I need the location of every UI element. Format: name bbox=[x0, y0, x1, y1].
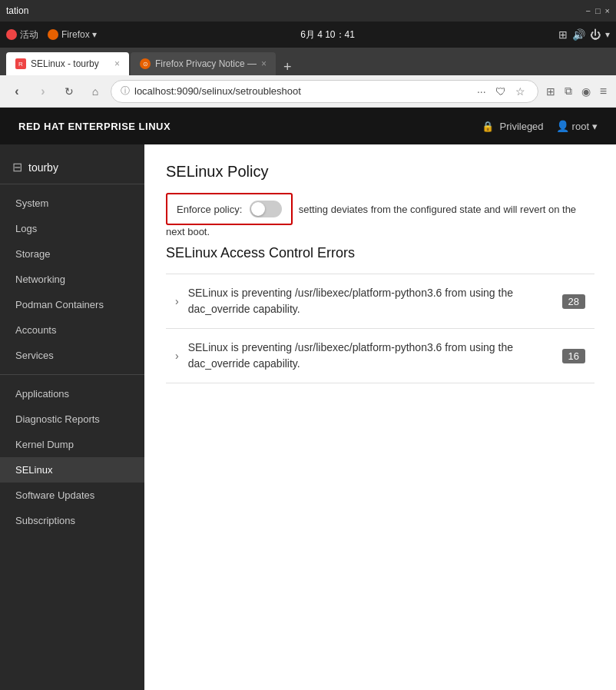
tab-bar: R SELinux - tourby × ⊙ Firefox Privacy N… bbox=[0, 48, 616, 75]
rhel-logo: RED HAT ENTERPRISE LINUX bbox=[18, 121, 171, 132]
tab-favicon-ff: ⊙ bbox=[140, 58, 151, 69]
taskbar-datetime: 6月 4 10：41 bbox=[103, 28, 552, 41]
taskbar-activity[interactable]: 活动 bbox=[6, 28, 38, 41]
sidebar-item-accounts[interactable]: Accounts bbox=[0, 317, 144, 343]
user-menu[interactable]: 👤 root ▾ bbox=[556, 120, 598, 132]
sidebar-hostname: tourby bbox=[28, 161, 58, 174]
error-text-1: SELinux is preventing /usr/libexec/platf… bbox=[188, 340, 553, 372]
address-bar[interactable]: ⓘ localhost:9090/selinux/setroubleshoot … bbox=[111, 80, 538, 103]
window-restore[interactable]: □ bbox=[595, 6, 601, 15]
sidebar-divider bbox=[0, 374, 144, 375]
expand-arrow-1[interactable]: › bbox=[175, 350, 179, 362]
browser-toolbar-right: ⊞ ⧉ ◉ ≡ bbox=[543, 81, 610, 101]
server-icon: ⊟ bbox=[12, 160, 22, 174]
os-topbar: tation − □ × bbox=[0, 0, 616, 22]
sidebar-item-logs[interactable]: Logs bbox=[0, 216, 144, 241]
tab-label-selinux: SELinux - tourby bbox=[31, 58, 99, 69]
rhel-header-right: 🔒 Privileged 👤 root ▾ bbox=[482, 120, 598, 132]
taskbar-browser[interactable]: Firefox ▾ bbox=[48, 29, 97, 40]
address-protocol-icon: ⓘ bbox=[121, 85, 130, 98]
enforce-policy-label: Enforce policy: bbox=[177, 204, 242, 215]
chevron-down-icon[interactable]: ▾ bbox=[605, 29, 610, 40]
home-button[interactable]: ⌂ bbox=[84, 81, 106, 102]
enforce-policy-toggle[interactable] bbox=[250, 201, 282, 217]
sidebar-host: ⊟ tourby bbox=[0, 154, 144, 184]
volume-icon: 🔊 bbox=[572, 28, 585, 41]
user-chevron-icon: ▾ bbox=[592, 121, 598, 132]
error-entry-1: › SELinux is preventing /usr/libexec/pla… bbox=[166, 328, 594, 383]
privilege-badge: 🔒 Privileged bbox=[482, 121, 544, 132]
window-close[interactable]: × bbox=[605, 6, 610, 15]
address-text: localhost:9090/selinux/setroubleshoot bbox=[134, 85, 469, 97]
taskbar: 活动 Firefox ▾ 6月 4 10：41 ⊞ 🔊 ⏻ ▾ bbox=[0, 22, 616, 48]
sidebar-item-storage[interactable]: Storage bbox=[0, 241, 144, 267]
sidebar-item-selinux[interactable]: SELinux bbox=[0, 457, 144, 483]
bookmark-icon[interactable]: ☆ bbox=[512, 82, 528, 101]
rhel-header: RED HAT ENTERPRISE LINUX 🔒 Privileged 👤 … bbox=[0, 108, 616, 144]
error-text-0: SELinux is preventing /usr/libexec/platf… bbox=[188, 285, 553, 317]
sidebar-item-applications[interactable]: Applications bbox=[0, 381, 144, 406]
sidebar-item-subscriptions[interactable]: Subscriptions bbox=[0, 508, 144, 533]
window-minimize[interactable]: − bbox=[585, 6, 590, 15]
tab-favicon-rhel: R bbox=[15, 58, 26, 69]
rhel-app: RED HAT ENTERPRISE LINUX 🔒 Privileged 👤 … bbox=[0, 108, 616, 690]
window-title: tation bbox=[6, 5, 28, 16]
tab-close-privacy[interactable]: × bbox=[261, 58, 267, 69]
browser-toolbar: ‹ › ↻ ⌂ ⓘ localhost:9090/selinux/setroub… bbox=[0, 75, 616, 108]
reload-button[interactable]: ↻ bbox=[58, 81, 80, 102]
rhel-main: ⊟ tourby System Logs Storage Networking … bbox=[0, 144, 616, 690]
enforce-policy-section: Enforce policy: setting deviates from th… bbox=[166, 193, 594, 237]
power-icon[interactable]: ⏻ bbox=[590, 28, 601, 41]
ellipsis-icon[interactable]: ··· bbox=[474, 82, 489, 101]
menu-icon[interactable]: ≡ bbox=[597, 81, 610, 101]
network-icon: ⊞ bbox=[558, 28, 568, 41]
taskbar-icons: ⊞ 🔊 ⏻ ▾ bbox=[558, 28, 610, 41]
sidebar-item-kernel[interactable]: Kernel Dump bbox=[0, 432, 144, 457]
sidebar-item-diagnostic[interactable]: Diagnostic Reports bbox=[0, 406, 144, 432]
tab-firefox-privacy[interactable]: ⊙ Firefox Privacy Notice — × bbox=[131, 52, 276, 75]
toggle-knob bbox=[251, 202, 265, 216]
error-entry-0: › SELinux is preventing /usr/libexec/pla… bbox=[166, 274, 594, 328]
enforce-policy-box: Enforce policy: bbox=[166, 193, 293, 225]
tab-selinux[interactable]: R SELinux - tourby × bbox=[6, 52, 129, 75]
content-panel: SELinux Policy Enforce policy: setting d… bbox=[144, 144, 616, 690]
taskbar-menu: 活动 Firefox ▾ bbox=[6, 28, 97, 41]
shield-icon[interactable]: 🛡 bbox=[492, 82, 509, 101]
bookmarks-icon[interactable]: ⊞ bbox=[543, 82, 558, 101]
sidebar: ⊟ tourby System Logs Storage Networking … bbox=[0, 144, 144, 690]
tab-close-selinux[interactable]: × bbox=[114, 58, 120, 69]
errors-title: SELinux Access Control Errors bbox=[166, 245, 594, 261]
expand-arrow-0[interactable]: › bbox=[175, 295, 179, 307]
os-topbar-right: − □ × bbox=[585, 6, 610, 15]
sidebar-item-services[interactable]: Services bbox=[0, 343, 144, 368]
tab-label-privacy: Firefox Privacy Notice — bbox=[155, 58, 257, 69]
tabs-icon[interactable]: ⧉ bbox=[561, 81, 575, 101]
back-button[interactable]: ‹ bbox=[6, 81, 28, 102]
profile-icon[interactable]: ◉ bbox=[578, 82, 594, 101]
user-icon: 👤 bbox=[556, 120, 569, 132]
selinux-errors-section: SELinux Access Control Errors › SELinux … bbox=[166, 245, 594, 383]
sidebar-item-software-updates[interactable]: Software Updates bbox=[0, 483, 144, 508]
error-count-1: 16 bbox=[562, 349, 585, 363]
sidebar-item-system[interactable]: System bbox=[0, 191, 144, 216]
forward-button[interactable]: › bbox=[32, 81, 54, 102]
os-topbar-left: tation bbox=[6, 5, 28, 16]
new-tab-button[interactable]: + bbox=[277, 59, 298, 75]
sidebar-item-podman[interactable]: Podman Containers bbox=[0, 292, 144, 317]
selinux-policy-title: SELinux Policy bbox=[166, 163, 594, 181]
address-bar-actions: ··· 🛡 ☆ bbox=[474, 82, 528, 101]
sidebar-item-networking[interactable]: Networking bbox=[0, 267, 144, 292]
lock-icon: 🔒 bbox=[482, 121, 494, 132]
error-count-0: 28 bbox=[562, 294, 585, 309]
